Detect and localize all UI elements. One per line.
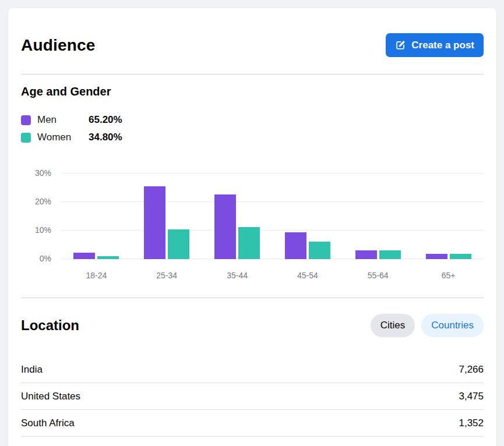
age-gender-title: Age and Gender	[21, 85, 484, 98]
location-toggle: Cities Countries	[371, 314, 484, 337]
bar-group-45-54	[272, 186, 343, 259]
x-axis-label-18-24: 18-24	[61, 271, 132, 281]
x-axis-label-45-54: 45-54	[272, 271, 343, 281]
x-axis: 18-2425-3435-4445-5455-6465+	[21, 271, 484, 281]
bar-group-18-24	[61, 186, 132, 259]
age-gender-section: Age and Gender Men 65.20% Women 34.80% 0…	[21, 85, 484, 281]
bar-men-55-64	[355, 250, 377, 259]
create-post-label: Create a post	[411, 40, 474, 51]
bar-men-35-44	[214, 194, 236, 259]
location-row: India7,266	[21, 356, 484, 383]
legend-value: 34.80%	[89, 132, 122, 143]
edit-icon	[395, 40, 406, 51]
location-header: Location Cities Countries	[21, 314, 484, 337]
location-value: 1,352	[459, 417, 484, 429]
bar-women-55-64	[379, 250, 401, 259]
bar-men-25-34	[144, 186, 165, 259]
legend-item-men: Men 65.20%	[21, 114, 484, 126]
bar-women-45-54	[309, 242, 330, 259]
legend-value: 65.20%	[89, 114, 122, 126]
x-axis-label-65+: 65+	[413, 271, 484, 281]
card-header: Audience Create a post	[21, 8, 484, 57]
bar-men-65+	[426, 254, 447, 259]
bar-group-25-34	[132, 186, 202, 259]
location-value: 7,266	[459, 363, 484, 376]
section-divider	[21, 298, 484, 298]
y-axis-tick: 30%	[21, 168, 51, 178]
location-title: Location	[21, 317, 79, 334]
bar-men-18-24	[73, 253, 95, 259]
legend-label: Men	[37, 114, 89, 126]
page-title: Audience	[21, 36, 96, 55]
cities-tab[interactable]: Cities	[371, 314, 415, 337]
y-axis-tick: 10%	[21, 225, 51, 235]
gridline-30	[61, 173, 484, 174]
countries-list: India7,266United States3,475South Africa…	[21, 356, 484, 437]
bar-women-35-44	[238, 227, 260, 259]
audience-card: Audience Create a post Age and Gender Me…	[8, 8, 496, 446]
location-section: Location Cities Countries India7,266Unit…	[21, 314, 484, 437]
age-gender-bar-chart: 0%10%20%30% 18-2425-3435-4445-5455-6465+	[21, 166, 484, 281]
chart-plot-area: 0%10%20%30%	[61, 166, 484, 259]
bar-women-18-24	[97, 256, 119, 259]
x-axis-label-35-44: 35-44	[202, 271, 273, 281]
location-name: India	[21, 363, 43, 376]
legend-item-women: Women 34.80%	[21, 131, 484, 144]
x-axis-label-25-34: 25-34	[132, 271, 202, 281]
x-axis-label-55-64: 55-64	[343, 271, 413, 281]
bar-group-55-64	[343, 186, 413, 259]
bar-women-25-34	[168, 229, 189, 259]
create-post-button[interactable]: Create a post	[386, 33, 484, 57]
y-axis-tick: 0%	[21, 253, 51, 264]
bar-men-45-54	[285, 232, 306, 259]
legend-label: Women	[37, 132, 89, 143]
bar-groups	[61, 186, 484, 259]
location-name: United States	[21, 390, 80, 402]
location-value: 3,475	[459, 390, 484, 402]
countries-tab[interactable]: Countries	[421, 314, 484, 337]
section-divider	[21, 74, 484, 75]
location-name: South Africa	[21, 417, 75, 429]
men-color-swatch	[21, 115, 31, 125]
bar-group-35-44	[202, 186, 273, 259]
location-row: South Africa1,352	[21, 410, 484, 437]
y-axis-tick: 20%	[21, 196, 51, 207]
bar-women-65+	[450, 254, 471, 259]
women-color-swatch	[21, 133, 31, 143]
location-row: United States3,475	[21, 383, 484, 410]
bar-group-65+	[413, 186, 484, 259]
chart-legend: Men 65.20% Women 34.80%	[21, 114, 484, 144]
